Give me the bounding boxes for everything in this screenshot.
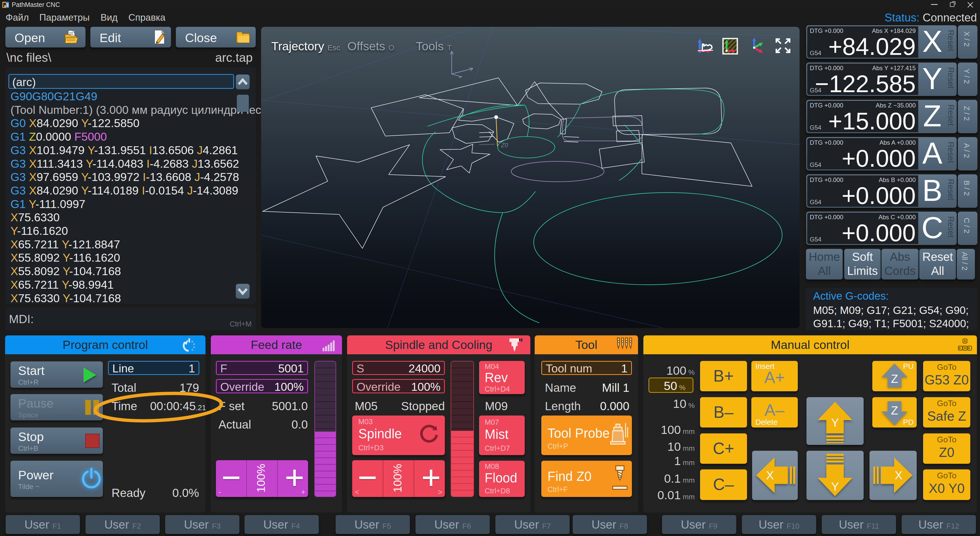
svg-text:Y: Y — [831, 416, 839, 429]
svg-text:X: X — [766, 469, 774, 482]
svg-text:Z: Z — [891, 404, 898, 417]
svg-text:Z0: Z0 — [501, 142, 508, 148]
svg-text:Z: Z — [891, 372, 898, 385]
svg-text:X: X — [895, 469, 903, 482]
svg-text:Y: Y — [831, 480, 839, 493]
